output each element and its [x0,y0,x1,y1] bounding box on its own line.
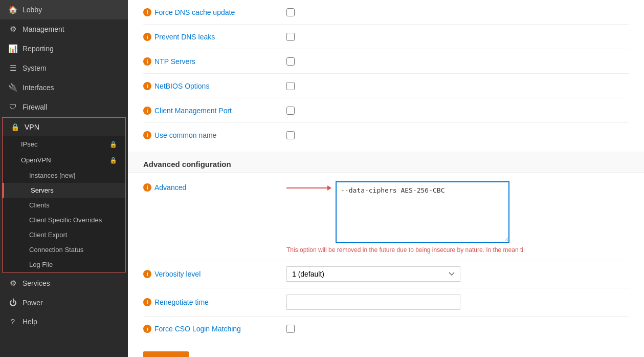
power-icon: ⏻ [8,298,17,307]
sidebar-item-interfaces[interactable]: 🔌 Interfaces [0,78,128,97]
save-button[interactable]: Save [143,351,189,357]
verbosity-row: i Verbosity level 1 (default) 2 3 4 5 [143,260,629,288]
advanced-info-icon[interactable]: i [143,183,151,192]
arrowhead [327,185,331,191]
advanced-config-title: Advanced configuration [143,160,231,169]
netbios-label: i NetBIOS Options [143,82,286,90]
force-cso-row: i Force CSO Login Matching [143,317,629,341]
verbosity-select[interactable]: 1 (default) 2 3 4 5 [286,266,460,282]
servers-label: Servers [31,186,54,194]
advanced-label: i Advanced [143,181,286,192]
advanced-control: --data-ciphers AES-256-CBC This option w… [286,181,629,254]
services-label: Services [23,279,50,287]
force-cso-control [286,325,629,333]
force-dns-info-icon[interactable]: i [143,8,151,16]
sidebar-item-client-specific-overrides[interactable]: Client Specific Overrides [3,213,125,227]
lock-icon-openvpn: 🔒 [109,157,117,164]
sidebar-item-vpn[interactable]: 🔒 VPN [3,118,125,136]
force-dns-row: i Force DNS cache update [143,0,629,25]
force-dns-label: i Force DNS cache update [143,8,286,16]
advanced-form-section: i Advanced --data-ciphers AES-256-CBC Th… [128,173,644,341]
renegotiate-control [286,295,629,310]
sidebar-item-servers[interactable]: Servers [3,183,125,198]
force-dns-checkbox[interactable] [286,8,295,16]
sidebar-item-label: Management [23,25,64,33]
sidebar-item-connection-status[interactable]: Connection Status [3,242,125,257]
lock-icon: 🔒 [109,141,117,148]
client-mgmt-info-icon[interactable]: i [143,107,151,115]
ntp-servers-row: i NTP Servers [143,49,629,74]
advanced-textarea-wrapper: --data-ciphers AES-256-CBC [336,181,509,244]
help-icon: ? [8,317,17,326]
sidebar-item-system[interactable]: ☰ System [0,58,128,78]
sidebar-item-label: System [23,64,47,72]
use-common-name-checkbox[interactable] [286,131,295,139]
netbios-checkbox[interactable] [286,82,295,90]
save-row: Save [128,341,644,357]
client-mgmt-label-text: Client Management Port [154,107,232,115]
sidebar-item-reporting[interactable]: 📊 Reporting [0,39,128,58]
advanced-warning: This option will be removed in the futur… [286,246,523,254]
renegotiate-label: i Renegotiate time [143,298,286,306]
verbosity-control: 1 (default) 2 3 4 5 [286,266,629,282]
client-mgmt-port-row: i Client Management Port [143,98,629,123]
ntp-servers-checkbox[interactable] [286,57,295,66]
renegotiate-row: i Renegotiate time [143,288,629,317]
sidebar-item-ipsec[interactable]: IPsec 🔒 [3,136,125,152]
sidebar-item-log-file[interactable]: Log File [3,257,125,272]
netbios-control [286,82,629,90]
advanced-label-text: Advanced [154,183,186,192]
sidebar-item-label: Firewall [23,103,47,111]
prevent-dns-label: i Prevent DNS leaks [143,33,286,41]
arrow-line [286,187,327,188]
advanced-config-header: Advanced configuration [128,152,644,173]
prevent-dns-info-icon[interactable]: i [143,33,151,41]
sidebar-item-instances-new[interactable]: Instances [new] [3,168,125,183]
clients-label: Clients [29,201,50,209]
connection-status-label: Connection Status [29,246,83,254]
force-cso-info-icon[interactable]: i [143,325,151,333]
log-file-label: Log File [29,261,53,268]
force-cso-label-text: Force CSO Login Matching [154,325,241,333]
sidebar-item-label: Interfaces [23,83,54,92]
ntp-servers-label: i NTP Servers [143,57,286,66]
netbios-options-row: i NetBIOS Options [143,74,629,98]
force-cso-checkbox[interactable] [286,325,295,333]
use-common-name-control [286,131,629,139]
netbios-info-icon[interactable]: i [143,82,151,90]
sidebar-item-lobby[interactable]: 🏠 Lobby [0,0,128,19]
force-cso-label: i Force CSO Login Matching [143,325,286,333]
renegotiate-label-text: Renegotiate time [154,298,209,306]
ntp-servers-control [286,57,629,66]
prevent-dns-checkbox[interactable] [286,33,295,41]
prevent-dns-row: i Prevent DNS leaks [143,25,629,49]
use-common-name-info-icon[interactable]: i [143,131,151,139]
ipsec-label: IPsec [21,140,38,148]
advanced-textarea[interactable]: --data-ciphers AES-256-CBC [336,181,509,243]
prevent-dns-control [286,33,629,41]
sidebar-item-firewall[interactable]: 🛡 Firewall [0,97,128,116]
vpn-icon: 🔒 [11,123,19,131]
use-common-name-label-text: Use common name [154,131,216,139]
netbios-label-text: NetBIOS Options [154,82,209,90]
main-content: i Force DNS cache update i Prevent DNS l… [128,0,644,357]
sidebar-item-openvpn[interactable]: OpenVPN 🔒 [3,152,125,168]
lobby-icon: 🏠 [8,5,17,14]
sidebar-item-label: Reporting [23,45,54,53]
sidebar-item-clients[interactable]: Clients [3,198,125,213]
advanced-row: i Advanced --data-ciphers AES-256-CBC Th… [143,173,629,260]
sidebar-item-power[interactable]: ⏻ Power [0,293,128,312]
verbosity-info-icon[interactable]: i [143,270,151,278]
renegotiate-info-icon[interactable]: i [143,298,151,306]
vpn-section: 🔒 VPN IPsec 🔒 OpenVPN 🔒 Instances [new] … [2,117,126,272]
prevent-dns-label-text: Prevent DNS leaks [154,33,215,41]
ntp-servers-info-icon[interactable]: i [143,57,151,66]
sidebar-item-management[interactable]: ⚙ Management [0,19,128,39]
client-mgmt-control [286,107,629,115]
vpn-label: VPN [25,123,39,131]
sidebar-item-services[interactable]: ⚙ Services [0,274,128,293]
renegotiate-input[interactable] [286,295,460,310]
sidebar-item-help[interactable]: ? Help [0,312,128,331]
sidebar-item-client-export[interactable]: Client Export [3,227,125,242]
client-mgmt-checkbox[interactable] [286,107,295,115]
